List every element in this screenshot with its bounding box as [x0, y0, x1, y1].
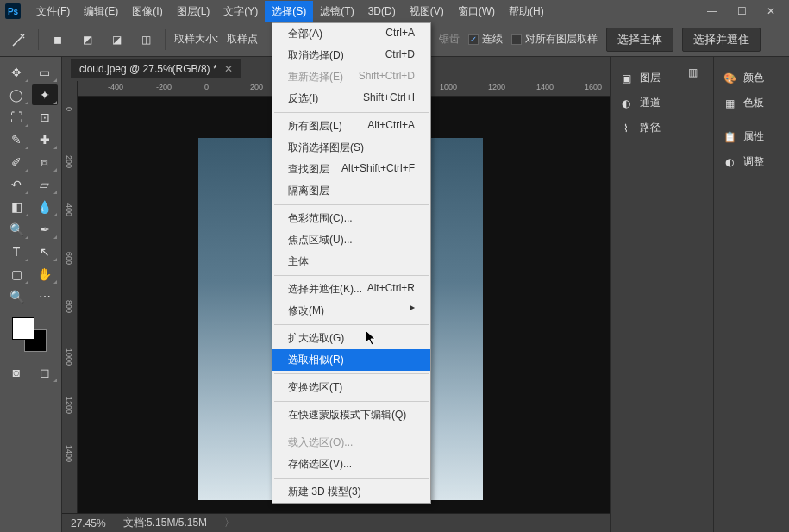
- menu-window[interactable]: 窗口(W): [451, 1, 502, 22]
- panel-collapse-icon[interactable]: ▥: [686, 66, 699, 79]
- clone-tool[interactable]: ⧈: [32, 152, 58, 172]
- menu-item: 重新选择(E)Shift+Ctrl+D: [272, 66, 430, 88]
- menu-item[interactable]: 修改(M): [272, 300, 430, 322]
- menu-item[interactable]: 所有图层(L)Alt+Ctrl+A: [272, 116, 430, 137]
- blur-tool[interactable]: 💧: [32, 197, 58, 217]
- lasso-tool[interactable]: ◯: [3, 84, 29, 105]
- panel-layers-label: 图层: [640, 71, 661, 85]
- color-swatches[interactable]: [12, 317, 47, 352]
- menu-item-label: 选取相似(R): [288, 353, 344, 367]
- menu-image[interactable]: 图像(I): [125, 1, 169, 22]
- menu-type[interactable]: 文字(Y): [216, 1, 265, 22]
- menu-item[interactable]: 焦点区域(U)...: [272, 229, 430, 251]
- menu-layer[interactable]: 图层(L): [170, 1, 217, 22]
- menu-item-label: 焦点区域(U)...: [288, 233, 353, 247]
- path-select-tool[interactable]: ↖: [32, 241, 58, 262]
- maximize-button[interactable]: ☐: [729, 3, 755, 20]
- panel-swatches[interactable]: ▦ 色板: [719, 91, 784, 116]
- menu-item-label: 查找图层: [288, 162, 329, 177]
- panel-paths[interactable]: ⌇ 路径: [616, 116, 708, 141]
- menu-item[interactable]: 在快速蒙版模式下编辑(Q): [272, 404, 430, 426]
- menu-file[interactable]: 文件(F): [29, 1, 77, 22]
- all-layers-checkbox-icon[interactable]: [511, 34, 522, 45]
- menu-separator: [274, 275, 429, 276]
- selection-intersect-icon[interactable]: ◫: [135, 29, 156, 50]
- zoom-tool[interactable]: 🔍: [3, 286, 29, 307]
- contiguous-checkbox-icon[interactable]: [468, 34, 479, 45]
- menu-item-shortcut: Alt+Ctrl+R: [367, 282, 415, 297]
- pen-tool[interactable]: ✒: [32, 219, 58, 240]
- tab-title: cloud.jpeg @ 27.5%(RGB/8) *: [79, 63, 217, 75]
- select-mask-button[interactable]: 选择并遮住: [682, 28, 761, 52]
- eraser-tool[interactable]: ▱: [32, 174, 58, 195]
- close-button[interactable]: ✕: [758, 3, 784, 20]
- selection-add-icon[interactable]: ◩: [77, 29, 97, 50]
- magic-wand-tool[interactable]: ✦: [32, 84, 58, 105]
- menu-filter[interactable]: 滤镜(T): [313, 1, 360, 22]
- menu-separator: [274, 204, 429, 205]
- move-tool[interactable]: ✥: [3, 62, 29, 83]
- panel-adjustments-label: 调整: [743, 154, 764, 169]
- menu-edit[interactable]: 编辑(E): [77, 1, 125, 22]
- crop-tool[interactable]: ⛶: [3, 107, 29, 128]
- panel-group-right: 🎨 颜色 ▦ 色板 📋 属性 ◐ 调整: [713, 57, 789, 532]
- contiguous-check[interactable]: 连续: [468, 32, 503, 47]
- tab-close-icon[interactable]: ✕: [224, 63, 233, 75]
- foreground-swatch[interactable]: [12, 317, 34, 340]
- marquee-tool[interactable]: ▭: [32, 62, 58, 83]
- brush-tool[interactable]: ✐: [3, 152, 29, 172]
- minimize-button[interactable]: —: [699, 3, 725, 20]
- more-tools[interactable]: ⋯: [32, 286, 58, 307]
- menu-view[interactable]: 视图(V): [403, 1, 451, 22]
- zoom-level[interactable]: 27.45%: [71, 517, 106, 529]
- healing-tool[interactable]: ✚: [32, 129, 58, 150]
- menu-item[interactable]: 取消选择(D)Ctrl+D: [272, 45, 430, 66]
- menu-item[interactable]: 反选(I)Shift+Ctrl+I: [272, 88, 430, 110]
- doc-size[interactable]: 文档:5.15M/5.15M: [123, 516, 207, 530]
- menu-3d[interactable]: 3D(D): [361, 2, 403, 21]
- menu-item[interactable]: 选择并遮住(K)...Alt+Ctrl+R: [272, 279, 430, 300]
- menu-item[interactable]: 主体: [272, 251, 430, 272]
- quickmask-tool[interactable]: ◙: [3, 362, 29, 383]
- menu-item[interactable]: 选取相似(R): [272, 349, 430, 371]
- channels-icon: ◐: [619, 97, 633, 110]
- menu-item[interactable]: 存储选区(V)...: [272, 454, 430, 475]
- menu-item[interactable]: 全部(A)Ctrl+A: [272, 23, 430, 45]
- all-layers-label: 对所有图层取样: [525, 32, 598, 47]
- selection-new-icon[interactable]: ◼: [47, 29, 68, 50]
- panel-adjustments[interactable]: ◐ 调整: [719, 149, 784, 174]
- eyedropper-tool[interactable]: ✎: [3, 129, 29, 150]
- type-tool[interactable]: T: [3, 241, 29, 262]
- all-layers-check[interactable]: 对所有图层取样: [511, 32, 598, 47]
- selection-sub-icon[interactable]: ◪: [106, 29, 127, 50]
- menu-item[interactable]: 变换选区(T): [272, 377, 430, 398]
- shape-tool[interactable]: ▢: [3, 264, 29, 285]
- menu-item[interactable]: 查找图层Alt+Shift+Ctrl+F: [272, 159, 430, 180]
- sample-point-value[interactable]: 取样点: [227, 32, 258, 47]
- gradient-tool[interactable]: ◧: [3, 197, 29, 217]
- select-subject-button[interactable]: 选择主体: [606, 28, 673, 52]
- menu-item-label: 隔离图层: [288, 184, 329, 198]
- menu-item-label: 存储选区(V)...: [288, 457, 352, 472]
- menu-item[interactable]: 取消选择图层(S): [272, 137, 430, 159]
- menu-item[interactable]: 色彩范围(C)...: [272, 208, 430, 229]
- frame-tool[interactable]: ⊡: [32, 107, 58, 128]
- menu-item-label: 变换选区(T): [288, 380, 342, 395]
- menu-select[interactable]: 选择(S): [265, 1, 313, 22]
- menu-item[interactable]: 扩大选取(G): [272, 328, 430, 349]
- wand-tool-icon[interactable]: [9, 29, 29, 50]
- menu-item[interactable]: 新建 3D 模型(3): [272, 481, 430, 503]
- menu-help[interactable]: 帮助(H): [502, 1, 551, 22]
- dodge-tool[interactable]: 🔍: [3, 219, 29, 240]
- document-tab[interactable]: cloud.jpeg @ 27.5%(RGB/8) * ✕: [71, 59, 241, 78]
- hand-tool[interactable]: ✋: [32, 264, 58, 285]
- menu-item-label: 色彩范围(C)...: [288, 211, 353, 226]
- panel-color[interactable]: 🎨 颜色: [719, 66, 784, 91]
- panel-channels[interactable]: ◐ 通道: [616, 91, 708, 116]
- panel-properties[interactable]: 📋 属性: [719, 124, 784, 149]
- menu-item-label: 扩大选取(G): [288, 331, 344, 346]
- screenmode-tool[interactable]: ◻: [32, 362, 58, 383]
- menu-item-label: 重新选择(E): [288, 70, 343, 84]
- menu-item[interactable]: 隔离图层: [272, 180, 430, 202]
- history-brush-tool[interactable]: ↶: [3, 174, 29, 195]
